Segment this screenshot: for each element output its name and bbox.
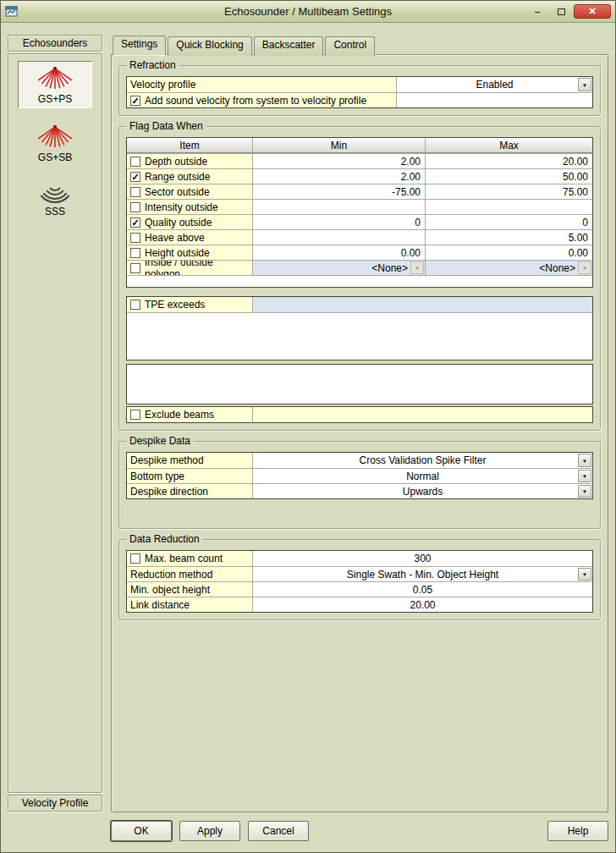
row-label-cell: Bottom type bbox=[127, 469, 252, 483]
chevron-down-icon: ▼ bbox=[582, 265, 588, 270]
row-label-cell: Inside / outside polygon bbox=[127, 261, 252, 275]
row-label: Height outside bbox=[145, 247, 210, 259]
row-label: Depth outside bbox=[145, 156, 207, 168]
ok-button[interactable]: OK bbox=[111, 821, 172, 841]
max-value-field[interactable]: 5.00 bbox=[425, 230, 592, 245]
dropdown-button[interactable]: ▼ bbox=[578, 568, 591, 581]
table-row: ✓ Add sound velocity from system to velo… bbox=[127, 92, 592, 107]
table-empty-area bbox=[127, 275, 592, 287]
min-value-field[interactable]: 0 bbox=[252, 215, 425, 229]
row-label: Bottom type bbox=[130, 471, 184, 482]
refraction-group: Refraction Velocity profile Enabled ▼ bbox=[118, 65, 601, 116]
dropdown-button[interactable]: ▼ bbox=[578, 470, 591, 482]
sidebar-item-sss[interactable]: SSS bbox=[18, 178, 92, 220]
max-value-field[interactable]: 50.00 bbox=[425, 169, 592, 184]
group-title: Data Reduction bbox=[126, 533, 203, 545]
tpe-table: TPE exceeds bbox=[126, 296, 593, 360]
row-label-cell: Link distance bbox=[127, 597, 252, 612]
dialog-client: Echosounders bbox=[1, 23, 615, 852]
table-row: ✓ Range outside 2.00 50.00 bbox=[127, 168, 592, 184]
apply-button[interactable]: Apply bbox=[179, 821, 240, 841]
tab-quick-blocking[interactable]: Quick Blocking bbox=[168, 36, 251, 56]
main-panel: Settings Quick Blocking Backscatter Cont… bbox=[111, 35, 608, 842]
sidebar-item-gs-ps[interactable]: GS+PS bbox=[18, 61, 92, 108]
polygon-min-select[interactable]: <None> ▼ bbox=[252, 261, 425, 275]
min-value-field[interactable]: 0.00 bbox=[252, 245, 425, 260]
close-button[interactable]: ✕ bbox=[574, 4, 611, 19]
button-bar: OK Apply Cancel Help bbox=[111, 820, 608, 842]
max-value-field[interactable]: 75.00 bbox=[425, 184, 592, 199]
exclude-beams-table: Exclude beams bbox=[126, 406, 593, 423]
table-row: ✓ Quality outside 0 0 bbox=[127, 214, 592, 229]
cancel-button[interactable]: Cancel bbox=[248, 821, 309, 841]
tpe-exceeds-checkbox[interactable] bbox=[130, 300, 140, 310]
despike-method-select[interactable]: Cross Validation Spike Filter ▼ bbox=[252, 453, 592, 468]
row-label: Quality outside bbox=[145, 217, 212, 228]
link-distance-field[interactable]: 20.00 bbox=[252, 597, 592, 612]
tab-settings[interactable]: Settings bbox=[113, 36, 166, 55]
exclude-beams-field[interactable] bbox=[252, 407, 592, 422]
max-value-field[interactable]: 20.00 bbox=[425, 154, 592, 168]
max-value-field[interactable]: 0 bbox=[425, 215, 592, 229]
row-label-cell: ✓ Range outside bbox=[127, 169, 252, 184]
reduction-method-select[interactable]: Single Swath - Min. Object Height ▼ bbox=[252, 567, 592, 581]
row-label: Link distance bbox=[130, 599, 190, 611]
velocity-profile-select[interactable]: Enabled ▼ bbox=[396, 77, 592, 92]
flag-data-table: Item Min Max Depth outside 2.00 20.00 bbox=[126, 137, 593, 288]
add-sound-velocity-checkbox[interactable]: ✓ bbox=[130, 96, 140, 106]
heave-above-checkbox[interactable] bbox=[130, 233, 140, 243]
sector-outside-checkbox[interactable] bbox=[130, 187, 140, 197]
min-value-field[interactable] bbox=[252, 200, 425, 214]
depth-outside-checkbox[interactable] bbox=[130, 157, 140, 167]
max-beam-count-field[interactable]: 300 bbox=[252, 551, 592, 566]
min-value-field[interactable]: 2.00 bbox=[252, 154, 425, 168]
row-label: Min. object height bbox=[130, 584, 210, 596]
polygon-checkbox[interactable] bbox=[130, 263, 140, 273]
tab-control[interactable]: Control bbox=[325, 36, 375, 56]
table-row: Height outside 0.00 0.00 bbox=[127, 245, 592, 260]
intensity-outside-checkbox[interactable] bbox=[130, 202, 140, 212]
range-outside-checkbox[interactable]: ✓ bbox=[130, 172, 140, 182]
despike-direction-select[interactable]: Upwards ▼ bbox=[252, 484, 592, 498]
row-label-cell: Despike method bbox=[127, 453, 252, 468]
min-object-height-field[interactable]: 0.05 bbox=[252, 582, 592, 597]
titlebar[interactable]: Echosounder / Multibeam Settings – ✕ bbox=[1, 1, 615, 23]
data-reduction-group: Data Reduction Max. beam count 300 Reduc… bbox=[118, 539, 601, 620]
settings-dialog: Echosounder / Multibeam Settings – ✕ Ech… bbox=[0, 0, 616, 853]
bottom-type-select[interactable]: Normal ▼ bbox=[252, 469, 592, 483]
max-value-field[interactable]: 0.00 bbox=[425, 245, 592, 260]
chevron-down-icon: ▼ bbox=[582, 458, 588, 463]
velocity-profile-button[interactable]: Velocity Profile bbox=[8, 795, 102, 812]
max-value-field[interactable] bbox=[425, 200, 592, 214]
minimize-button[interactable]: – bbox=[526, 4, 548, 19]
empty-space bbox=[118, 630, 601, 805]
row-label-cell: Reduction method bbox=[127, 567, 252, 581]
help-button[interactable]: Help bbox=[547, 821, 608, 841]
dropdown-button[interactable]: ▼ bbox=[578, 485, 591, 498]
height-outside-checkbox[interactable] bbox=[130, 248, 140, 258]
dropdown-button[interactable]: ▼ bbox=[578, 454, 591, 467]
quality-outside-checkbox[interactable]: ✓ bbox=[130, 217, 140, 228]
table-row: Depth outside 2.00 20.00 bbox=[127, 153, 592, 168]
tpe-value-field[interactable] bbox=[252, 297, 592, 312]
exclude-beams-checkbox[interactable] bbox=[130, 410, 140, 420]
min-value-field[interactable]: 2.00 bbox=[252, 169, 425, 184]
table-row: Exclude beams bbox=[127, 407, 592, 422]
maximize-button[interactable] bbox=[550, 4, 572, 19]
sidebar: Echosounders bbox=[8, 35, 102, 812]
row-label-cell: ✓ Quality outside bbox=[127, 215, 252, 229]
polygon-max-select[interactable]: <None> ▼ bbox=[425, 261, 592, 275]
table-row: Heave above 5.00 bbox=[127, 229, 592, 245]
max-beam-count-checkbox[interactable] bbox=[130, 553, 140, 564]
row-label: Despike direction bbox=[130, 486, 208, 498]
row-label: TPE exceeds bbox=[145, 299, 205, 311]
tab-backscatter[interactable]: Backscatter bbox=[254, 36, 324, 56]
multibeam-icon bbox=[38, 66, 72, 91]
sidescan-sonar-icon bbox=[40, 182, 70, 204]
row-label: Range outside bbox=[145, 171, 210, 183]
sidebar-item-gs-sb[interactable]: GS+SB bbox=[18, 120, 92, 166]
dropdown-button[interactable]: ▼ bbox=[578, 78, 591, 91]
min-value-field[interactable] bbox=[252, 230, 425, 245]
min-value-field[interactable]: -75.00 bbox=[252, 184, 425, 199]
row-label: Intensity outside bbox=[145, 201, 218, 213]
